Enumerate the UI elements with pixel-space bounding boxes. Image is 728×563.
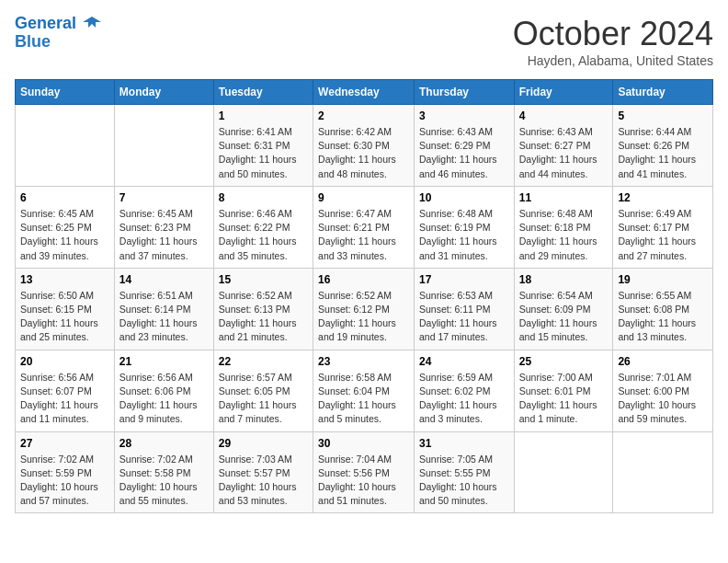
day-info: Sunrise: 6:56 AM Sunset: 6:06 PM Dayligh…: [119, 371, 209, 427]
day-number: 9: [318, 191, 409, 204]
day-info: Sunrise: 6:56 AM Sunset: 6:07 PM Dayligh…: [20, 371, 109, 427]
day-info: Sunrise: 6:49 AM Sunset: 6:17 PM Dayligh…: [618, 207, 708, 263]
calendar-cell: 16Sunrise: 6:52 AM Sunset: 6:12 PM Dayli…: [313, 268, 415, 350]
day-number: 1: [219, 109, 308, 122]
day-number: 13: [20, 273, 109, 286]
day-info: Sunrise: 6:55 AM Sunset: 6:08 PM Dayligh…: [618, 289, 708, 345]
day-info: Sunrise: 6:46 AM Sunset: 6:22 PM Dayligh…: [219, 207, 308, 263]
day-info: Sunrise: 6:48 AM Sunset: 6:19 PM Dayligh…: [419, 207, 509, 263]
calendar-week-2: 6Sunrise: 6:45 AM Sunset: 6:25 PM Daylig…: [16, 186, 713, 268]
day-info: Sunrise: 6:41 AM Sunset: 6:31 PM Dayligh…: [219, 125, 308, 181]
day-info: Sunrise: 6:45 AM Sunset: 6:23 PM Dayligh…: [119, 207, 209, 263]
day-info: Sunrise: 6:44 AM Sunset: 6:26 PM Dayligh…: [618, 125, 708, 181]
day-info: Sunrise: 6:52 AM Sunset: 6:13 PM Dayligh…: [219, 289, 308, 345]
day-info: Sunrise: 6:57 AM Sunset: 6:05 PM Dayligh…: [219, 371, 308, 427]
calendar-cell: 6Sunrise: 6:45 AM Sunset: 6:25 PM Daylig…: [16, 186, 115, 268]
calendar-cell: [613, 431, 713, 513]
month-title: October 2024: [513, 15, 713, 53]
calendar-cell: 8Sunrise: 6:46 AM Sunset: 6:22 PM Daylig…: [213, 186, 313, 268]
day-number: 16: [318, 273, 409, 286]
day-number: 25: [519, 355, 609, 368]
calendar-cell: 23Sunrise: 6:58 AM Sunset: 6:04 PM Dayli…: [313, 350, 415, 431]
calendar-week-3: 13Sunrise: 6:50 AM Sunset: 6:15 PM Dayli…: [16, 268, 713, 350]
day-number: 8: [219, 191, 308, 204]
location: Hayden, Alabama, United States: [513, 53, 713, 68]
day-info: Sunrise: 7:01 AM Sunset: 6:00 PM Dayligh…: [618, 371, 708, 427]
calendar-cell: 25Sunrise: 7:00 AM Sunset: 6:01 PM Dayli…: [514, 350, 613, 431]
day-number: 26: [618, 355, 708, 368]
day-number: 22: [219, 355, 308, 368]
weekday-header-friday: Friday: [514, 80, 613, 105]
day-info: Sunrise: 6:42 AM Sunset: 6:30 PM Dayligh…: [318, 125, 409, 181]
calendar-cell: 18Sunrise: 6:54 AM Sunset: 6:09 PM Dayli…: [514, 268, 613, 350]
day-number: 20: [20, 355, 109, 368]
day-info: Sunrise: 7:00 AM Sunset: 6:01 PM Dayligh…: [519, 371, 609, 427]
calendar-cell: 17Sunrise: 6:53 AM Sunset: 6:11 PM Dayli…: [414, 268, 514, 350]
calendar-cell: 27Sunrise: 7:02 AM Sunset: 5:59 PM Dayli…: [16, 431, 115, 513]
title-area: October 2024 Hayden, Alabama, United Sta…: [513, 15, 713, 68]
logo-general: General: [15, 14, 76, 32]
weekday-header-tuesday: Tuesday: [213, 80, 313, 105]
logo-blue: Blue: [15, 32, 51, 51]
logo: General Blue: [15, 15, 101, 52]
weekday-header-saturday: Saturday: [613, 80, 713, 105]
calendar-week-5: 27Sunrise: 7:02 AM Sunset: 5:59 PM Dayli…: [16, 431, 713, 513]
day-number: 15: [219, 273, 308, 286]
weekday-header-monday: Monday: [114, 80, 213, 105]
day-number: 4: [519, 109, 609, 122]
calendar-cell: 24Sunrise: 6:59 AM Sunset: 6:02 PM Dayli…: [414, 350, 514, 431]
calendar-week-4: 20Sunrise: 6:56 AM Sunset: 6:07 PM Dayli…: [16, 350, 713, 431]
day-number: 28: [119, 437, 209, 450]
day-number: 5: [618, 109, 708, 122]
day-number: 10: [419, 191, 509, 204]
weekday-header-wednesday: Wednesday: [313, 80, 415, 105]
calendar-cell: 21Sunrise: 6:56 AM Sunset: 6:06 PM Dayli…: [114, 350, 213, 431]
day-info: Sunrise: 6:45 AM Sunset: 6:25 PM Dayligh…: [20, 207, 109, 263]
day-info: Sunrise: 6:51 AM Sunset: 6:14 PM Dayligh…: [119, 289, 209, 345]
calendar-cell: [16, 105, 115, 187]
day-number: 30: [318, 437, 409, 450]
calendar-cell: 3Sunrise: 6:43 AM Sunset: 6:29 PM Daylig…: [414, 105, 514, 187]
logo-bird-icon: [83, 15, 101, 33]
calendar-cell: 4Sunrise: 6:43 AM Sunset: 6:27 PM Daylig…: [514, 105, 613, 187]
calendar-cell: 14Sunrise: 6:51 AM Sunset: 6:14 PM Dayli…: [114, 268, 213, 350]
day-info: Sunrise: 6:58 AM Sunset: 6:04 PM Dayligh…: [318, 371, 409, 427]
calendar-cell: 29Sunrise: 7:03 AM Sunset: 5:57 PM Dayli…: [213, 431, 313, 513]
day-number: 14: [119, 273, 209, 286]
day-number: 2: [318, 109, 409, 122]
calendar-table: SundayMondayTuesdayWednesdayThursdayFrid…: [15, 79, 713, 513]
day-info: Sunrise: 7:05 AM Sunset: 5:55 PM Dayligh…: [419, 453, 509, 509]
calendar-cell: [114, 105, 213, 187]
page-header: General Blue October 2024 Hayden, Alabam…: [15, 15, 713, 68]
calendar-cell: 31Sunrise: 7:05 AM Sunset: 5:55 PM Dayli…: [414, 431, 514, 513]
day-number: 12: [618, 191, 708, 204]
calendar-cell: 19Sunrise: 6:55 AM Sunset: 6:08 PM Dayli…: [613, 268, 713, 350]
calendar-cell: 20Sunrise: 6:56 AM Sunset: 6:07 PM Dayli…: [16, 350, 115, 431]
day-info: Sunrise: 6:50 AM Sunset: 6:15 PM Dayligh…: [20, 289, 109, 345]
calendar-cell: 13Sunrise: 6:50 AM Sunset: 6:15 PM Dayli…: [16, 268, 115, 350]
day-info: Sunrise: 6:52 AM Sunset: 6:12 PM Dayligh…: [318, 289, 409, 345]
weekday-header-thursday: Thursday: [414, 80, 514, 105]
day-number: 24: [419, 355, 509, 368]
calendar-cell: 10Sunrise: 6:48 AM Sunset: 6:19 PM Dayli…: [414, 186, 514, 268]
day-number: 17: [419, 273, 509, 286]
day-info: Sunrise: 6:47 AM Sunset: 6:21 PM Dayligh…: [318, 207, 409, 263]
day-info: Sunrise: 6:48 AM Sunset: 6:18 PM Dayligh…: [519, 207, 609, 263]
calendar-cell: 15Sunrise: 6:52 AM Sunset: 6:13 PM Dayli…: [213, 268, 313, 350]
day-number: 19: [618, 273, 708, 286]
calendar-cell: 7Sunrise: 6:45 AM Sunset: 6:23 PM Daylig…: [114, 186, 213, 268]
calendar-cell: 2Sunrise: 6:42 AM Sunset: 6:30 PM Daylig…: [313, 105, 415, 187]
day-number: 6: [20, 191, 109, 204]
calendar-cell: 22Sunrise: 6:57 AM Sunset: 6:05 PM Dayli…: [213, 350, 313, 431]
calendar-cell: 9Sunrise: 6:47 AM Sunset: 6:21 PM Daylig…: [313, 186, 415, 268]
weekday-header-row: SundayMondayTuesdayWednesdayThursdayFrid…: [16, 80, 713, 105]
weekday-header-sunday: Sunday: [16, 80, 115, 105]
day-number: 3: [419, 109, 509, 122]
day-info: Sunrise: 7:02 AM Sunset: 5:58 PM Dayligh…: [119, 453, 209, 509]
calendar-cell: 1Sunrise: 6:41 AM Sunset: 6:31 PM Daylig…: [213, 105, 313, 187]
day-number: 29: [219, 437, 308, 450]
calendar-cell: 11Sunrise: 6:48 AM Sunset: 6:18 PM Dayli…: [514, 186, 613, 268]
day-info: Sunrise: 6:59 AM Sunset: 6:02 PM Dayligh…: [419, 371, 509, 427]
svg-marker-0: [83, 17, 101, 28]
day-info: Sunrise: 7:02 AM Sunset: 5:59 PM Dayligh…: [20, 453, 109, 509]
